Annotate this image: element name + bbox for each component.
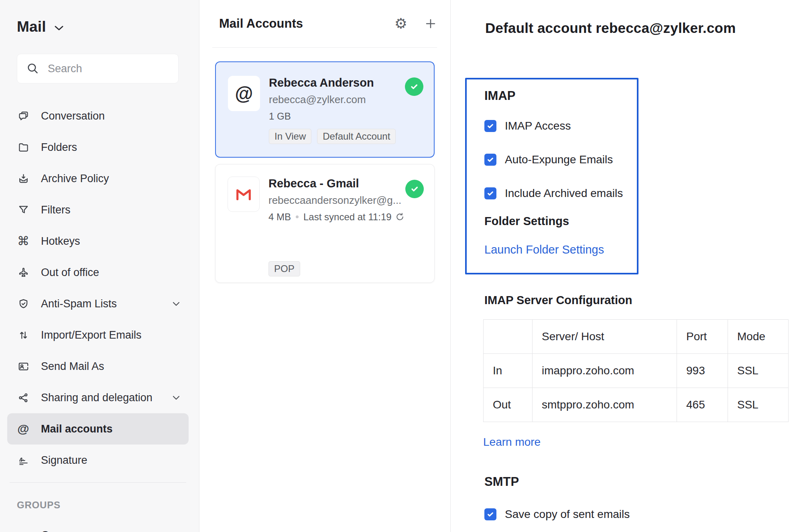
sidebar-item-signature[interactable]: Signature [7, 445, 189, 476]
imap-settings-box: IMAP IMAP Access Auto-Expunge Emails Inc… [465, 78, 638, 274]
sidebar-item-import-export[interactable]: Import/Export Emails [7, 319, 189, 351]
sidebar-item-label: Folders [41, 141, 181, 154]
sidebar-item-label: Signature [41, 454, 181, 467]
include-archived-checkbox[interactable] [484, 187, 496, 199]
checkbox-label: Auto-Expunge Emails [505, 153, 613, 166]
table-header-port: Port [677, 320, 728, 354]
imap-section-heading: IMAP [484, 88, 621, 104]
auto-expunge-checkbox[interactable] [484, 154, 496, 166]
in-view-tag: In View [269, 129, 311, 144]
sidebar-item-label: Send Mail As [41, 360, 181, 373]
separator-dot [296, 215, 299, 218]
sidebar-item-label: Anti-Spam Lists [41, 298, 161, 310]
mail-accounts-panel: Mail Accounts ⚙ @ Rebecca Anderson rebec… [199, 0, 451, 532]
last-synced-text: Last synced at 11:19 [303, 211, 392, 223]
contact-card-icon [17, 360, 30, 373]
groups-section-header: GROUPS [17, 500, 189, 511]
table-header-mode: Mode [728, 320, 789, 354]
app-switcher[interactable]: Mail [7, 18, 189, 35]
sidebar-item-label: Import/Export Emails [41, 329, 181, 341]
sidebar-item-folders[interactable]: Folders [7, 132, 189, 163]
app-title: Mail [17, 18, 46, 35]
sidebar-item-filters[interactable]: Filters [7, 194, 189, 225]
account-avatar: @ [228, 76, 260, 111]
arrows-up-down-icon [17, 329, 30, 341]
cell-direction: In [484, 354, 533, 388]
sidebar-item-archive-policy[interactable]: Archive Policy [7, 163, 189, 194]
mail-accounts-header: Mail Accounts ⚙ [212, 0, 437, 48]
chevron-down-icon [54, 25, 64, 31]
sidebar-divider [10, 482, 186, 483]
launch-folder-settings-link[interactable]: Launch Folder Settings [484, 243, 604, 256]
sidebar-item-mail-accounts[interactable]: @ Mail accounts [7, 413, 189, 445]
sidebar-item-label: Out of office [41, 266, 181, 279]
sidebar-item-label: Hotkeys [41, 235, 181, 248]
folder-icon [17, 141, 30, 154]
refresh-icon[interactable] [395, 212, 405, 222]
account-email: rebecca@zylker.com [269, 93, 396, 106]
search-icon [26, 62, 40, 75]
account-card-rebecca-gmail[interactable]: Rebecca - Gmail rebeccaandersonzylker@g.… [215, 164, 435, 283]
account-storage: 4 MB [268, 211, 291, 223]
cell-mode: SSL [728, 388, 789, 422]
default-account-tag: Default Account [317, 129, 396, 144]
settings-menu: Conversation Folders Archive Policy Filt… [7, 100, 189, 476]
account-storage: 1 GB [269, 111, 291, 122]
filter-icon [17, 203, 30, 216]
sidebar-item-hotkeys[interactable]: ⌘ Hotkeys [7, 225, 189, 257]
active-status-badge [405, 180, 424, 198]
table-header-row: Server/ Host Port Mode [484, 320, 789, 354]
cell-server-host: smtppro.zoho.com [533, 388, 677, 422]
shield-check-icon [17, 297, 30, 310]
sidebar-item-label: Filters [41, 204, 181, 216]
save-copy-checkbox[interactable] [484, 508, 496, 520]
table-header-server-host: Server/ Host [533, 320, 677, 354]
account-card-list: @ Rebecca Anderson rebecca@zylker.com 1 … [199, 48, 450, 283]
table-row: Out smtppro.zoho.com 465 SSL [484, 388, 789, 422]
chevron-down-icon [173, 396, 180, 400]
folder-settings-heading: Folder Settings [484, 214, 621, 228]
sidebar-item-conversation[interactable]: Conversation [7, 100, 189, 132]
learn-more-link[interactable]: Learn more [483, 436, 541, 449]
add-account-icon[interactable] [424, 17, 437, 30]
account-name: Rebecca - Gmail [268, 177, 405, 191]
cell-server-host: imappro.zoho.com [533, 354, 677, 388]
conversation-icon [17, 110, 30, 122]
sidebar-item-out-of-office[interactable]: Out of office [7, 257, 189, 288]
settings-sidebar: Mail Conversation Folders Archiv [0, 0, 199, 532]
checkbox-label: Save copy of sent emails [505, 508, 630, 521]
account-card-rebecca-anderson[interactable]: @ Rebecca Anderson rebecca@zylker.com 1 … [215, 61, 435, 158]
sidebar-item-send-mail-as[interactable]: Send Mail As [7, 351, 189, 382]
sidebar-item-label: Conversation [41, 110, 181, 122]
checkbox-label: Include Archived emails [505, 187, 623, 200]
search-input[interactable] [48, 63, 169, 75]
chevron-down-icon [173, 302, 180, 306]
at-symbol-icon: @ [235, 83, 253, 104]
airplane-icon [17, 266, 30, 279]
share-icon [17, 391, 30, 404]
cell-port: 993 [677, 354, 728, 388]
page-title: Default account rebecca@zylker.com [485, 20, 801, 36]
cell-port: 465 [677, 388, 728, 422]
sidebar-item-anti-spam-lists[interactable]: Anti-Spam Lists [7, 288, 189, 319]
imap-server-config-heading: IMAP Server Configuration [484, 293, 801, 307]
imap-server-table: Server/ Host Port Mode In imappro.zoho.c… [483, 319, 789, 422]
signature-icon [17, 454, 30, 467]
people-icon [17, 529, 30, 532]
panel-title: Mail Accounts [219, 16, 303, 31]
gear-icon[interactable]: ⚙ [394, 16, 407, 31]
account-name: Rebecca Anderson [269, 76, 396, 90]
sidebar-item-label: Mail accounts [41, 423, 181, 435]
search-box[interactable] [17, 54, 179, 83]
imap-access-checkbox[interactable] [484, 120, 496, 132]
sidebar-item-label: Groups [41, 529, 181, 532]
pop-tag: POP [268, 261, 300, 276]
cell-mode: SSL [728, 354, 789, 388]
account-detail-panel: Default account rebecca@zylker.com IMAP … [451, 0, 801, 532]
cell-direction: Out [484, 388, 533, 422]
sidebar-item-label: Archive Policy [41, 173, 181, 185]
sidebar-item-groups[interactable]: Groups [7, 520, 189, 532]
sidebar-item-sharing-delegation[interactable]: Sharing and delegation [7, 382, 189, 413]
gmail-icon [234, 185, 253, 203]
smtp-section-heading: SMTP [484, 474, 801, 489]
